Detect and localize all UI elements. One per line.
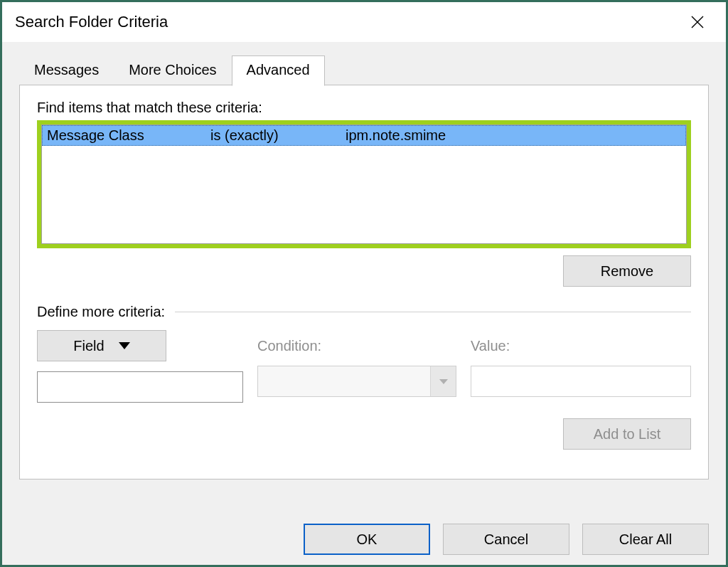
tab-strip: Messages More Choices Advanced <box>19 55 709 85</box>
criteria-row[interactable]: Message Class is (exactly) ipm.note.smim… <box>42 125 686 146</box>
addlist-row: Add to List <box>37 418 691 450</box>
cancel-button[interactable]: Cancel <box>443 524 569 555</box>
define-label: Define more criteria: <box>37 304 165 320</box>
dialog-window: Search Folder Criteria Messages More Cho… <box>0 0 728 567</box>
dialog-title: Search Folder Criteria <box>15 13 168 31</box>
criteria-condition: is (exactly) <box>210 127 346 144</box>
define-header: Define more criteria: <box>37 304 691 320</box>
field-name-input[interactable] <box>37 371 243 403</box>
value-input[interactable] <box>471 366 691 397</box>
condition-combo[interactable] <box>257 366 456 397</box>
chevron-down-icon <box>119 342 130 349</box>
divider-line <box>175 312 691 312</box>
tab-more-choices[interactable]: More Choices <box>114 55 231 86</box>
value-label: Value: <box>471 330 691 361</box>
define-grid: Field Condition: <box>37 330 691 403</box>
field-dropdown-button[interactable]: Field <box>37 330 166 361</box>
define-section: Define more criteria: Field <box>37 304 691 450</box>
clear-all-button[interactable]: Clear All <box>582 524 709 555</box>
criteria-highlight: Message Class is (exactly) ipm.note.smim… <box>37 120 691 248</box>
condition-label: Condition: <box>257 330 456 361</box>
find-items-label: Find items that match these criteria: <box>37 100 691 116</box>
titlebar: Search Folder Criteria <box>2 2 726 42</box>
dialog-content: Messages More Choices Advanced Find item… <box>2 42 726 479</box>
condition-combo-box <box>258 366 430 396</box>
field-column: Field <box>37 330 243 403</box>
close-button[interactable] <box>682 6 713 38</box>
remove-row: Remove <box>37 255 691 287</box>
value-column: Value: <box>471 330 691 397</box>
chevron-down-icon <box>439 379 448 384</box>
condition-combo-arrow[interactable] <box>430 366 456 396</box>
add-to-list-button[interactable]: Add to List <box>563 418 691 450</box>
dialog-footer: OK Cancel Clear All <box>304 524 709 555</box>
tab-advanced[interactable]: Advanced <box>232 55 325 86</box>
remove-button[interactable]: Remove <box>563 255 691 287</box>
criteria-value: ipm.note.smime <box>346 127 681 144</box>
ok-button[interactable]: OK <box>304 524 430 555</box>
tab-messages[interactable]: Messages <box>19 55 114 86</box>
condition-column: Condition: <box>257 330 456 397</box>
criteria-field: Message Class <box>47 127 210 144</box>
field-dropdown-label: Field <box>73 338 104 354</box>
close-icon <box>691 16 704 28</box>
criteria-list[interactable]: Message Class is (exactly) ipm.note.smim… <box>41 124 687 244</box>
advanced-panel: Find items that match these criteria: Me… <box>19 85 709 479</box>
